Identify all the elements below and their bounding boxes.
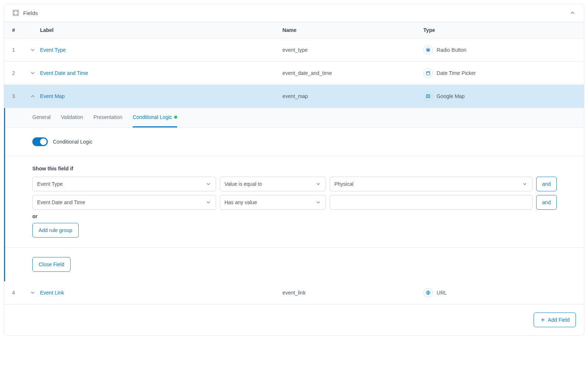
rule-value-input[interactable] <box>330 195 533 210</box>
row-label[interactable]: Event Map <box>40 93 283 99</box>
conditional-logic-toggle[interactable] <box>32 137 48 146</box>
tab-conditional-logic[interactable]: Conditional Logic <box>133 108 177 127</box>
field-row[interactable]: 4 Event Link event_link URL <box>4 281 584 304</box>
puzzle-icon <box>12 9 19 17</box>
panel-footer: Add Field <box>4 304 584 335</box>
toggle-label: Conditional Logic <box>53 139 92 145</box>
row-name: event_date_and_time <box>283 70 424 76</box>
collapse-icon[interactable] <box>30 93 40 99</box>
field-row[interactable]: 1 Event Type event_type Radio Button <box>4 39 584 62</box>
row-number: 2 <box>12 70 30 76</box>
rule-operator-value: Has any value <box>225 199 257 205</box>
and-button[interactable]: and <box>536 177 557 191</box>
active-dot-icon <box>174 116 177 119</box>
field-row-selected[interactable]: 3 Event Map event_map Google Map <box>4 85 584 108</box>
col-header-label: Label <box>40 27 283 33</box>
rule-field-select[interactable]: Event Type <box>32 177 216 191</box>
field-detail-panel: General Validation Presentation Conditio… <box>4 108 584 281</box>
chevron-down-icon <box>522 181 528 187</box>
close-section: Close Field <box>5 248 584 281</box>
rule-field-select[interactable]: Event Date and Time <box>32 195 216 210</box>
col-header-name: Name <box>283 27 424 33</box>
row-label[interactable]: Event Date and Time <box>40 70 283 76</box>
fields-panel: Fields # Label Name Type 1 Event Type ev… <box>4 4 584 336</box>
row-number: 4 <box>12 290 30 296</box>
tab-presentation[interactable]: Presentation <box>93 108 122 127</box>
row-label[interactable]: Event Link <box>40 290 283 296</box>
chevron-down-icon <box>315 199 321 205</box>
tab-conditional-label: Conditional Logic <box>133 114 172 120</box>
tab-validation[interactable]: Validation <box>61 108 83 127</box>
chevron-down-icon <box>205 181 211 187</box>
map-icon <box>423 91 433 101</box>
row-type: Radio Button <box>423 45 576 55</box>
rules-section: Show this field if Event Type Value is e… <box>5 156 584 248</box>
expand-icon[interactable] <box>30 47 40 53</box>
row-type: URL <box>423 288 576 297</box>
or-label: or <box>32 213 557 219</box>
rule-field-value: Event Date and Time <box>37 199 85 205</box>
chevron-down-icon <box>315 181 321 187</box>
row-number: 1 <box>12 47 30 53</box>
toggle-section: Conditional Logic <box>5 128 584 156</box>
rule-field-value: Event Type <box>37 181 63 187</box>
rule-row: Event Type Value is equal to Physical an… <box>32 177 557 191</box>
rule-value-select[interactable]: Physical <box>330 177 533 191</box>
add-rule-group-button[interactable]: Add rule group <box>32 223 79 238</box>
panel-title: Fields <box>23 10 38 16</box>
calendar-icon <box>423 68 433 78</box>
radio-icon <box>423 45 433 55</box>
row-number: 3 <box>12 93 30 99</box>
expand-icon[interactable] <box>30 70 40 76</box>
tab-general[interactable]: General <box>32 108 51 127</box>
row-type-label: Google Map <box>437 93 465 99</box>
svg-point-1 <box>427 49 429 51</box>
col-header-type: Type <box>423 27 576 33</box>
col-header-num: # <box>12 27 30 33</box>
add-field-button[interactable]: Add Field <box>534 313 576 327</box>
panel-collapse-icon[interactable] <box>569 10 576 16</box>
panel-header: Fields <box>4 4 584 22</box>
rule-operator-select[interactable]: Has any value <box>220 195 326 210</box>
and-button[interactable]: and <box>536 195 557 210</box>
svg-rect-2 <box>426 72 430 75</box>
row-type-label: Radio Button <box>437 47 466 53</box>
row-type: Date Time Picker <box>423 68 576 78</box>
close-field-button[interactable]: Close Field <box>32 257 71 272</box>
show-if-label: Show this field if <box>32 166 557 171</box>
columns-header: # Label Name Type <box>4 22 584 39</box>
row-label[interactable]: Event Type <box>40 47 283 53</box>
rule-row: Event Date and Time Has any value and <box>32 195 557 210</box>
globe-icon <box>423 288 433 297</box>
expand-icon[interactable] <box>30 290 40 296</box>
rule-value: Physical <box>334 181 354 187</box>
row-name: event_link <box>283 290 424 296</box>
row-type: Google Map <box>423 91 576 101</box>
field-row[interactable]: 2 Event Date and Time event_date_and_tim… <box>4 62 584 85</box>
row-name: event_map <box>283 93 424 99</box>
row-type-label: URL <box>437 290 447 296</box>
rule-operator-select[interactable]: Value is equal to <box>220 177 326 191</box>
rule-operator-value: Value is equal to <box>225 181 262 187</box>
chevron-down-icon <box>205 199 211 205</box>
row-name: event_type <box>283 47 424 53</box>
add-field-label: Add Field <box>548 317 570 323</box>
row-type-label: Date Time Picker <box>437 70 476 76</box>
plus-icon <box>540 317 546 323</box>
detail-tabs: General Validation Presentation Conditio… <box>5 108 584 128</box>
